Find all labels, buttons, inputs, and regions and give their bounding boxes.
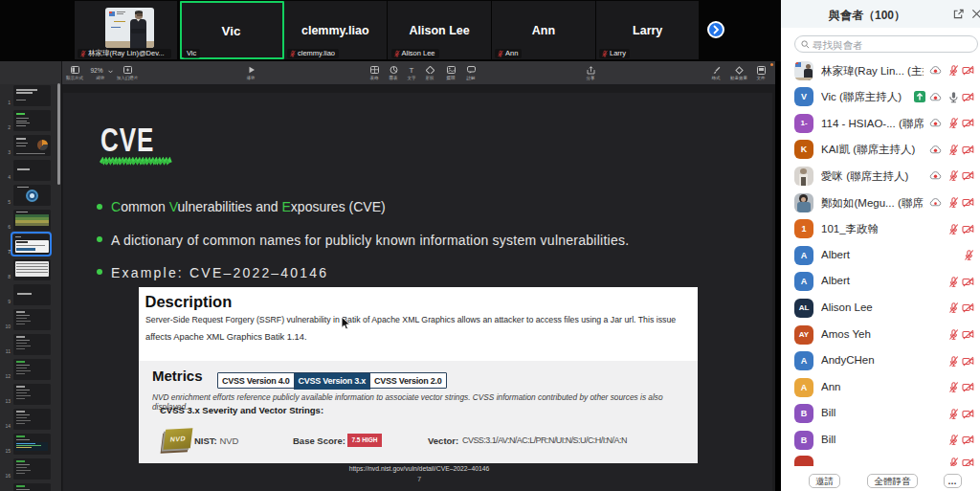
svg-text:T: T (410, 66, 414, 74)
